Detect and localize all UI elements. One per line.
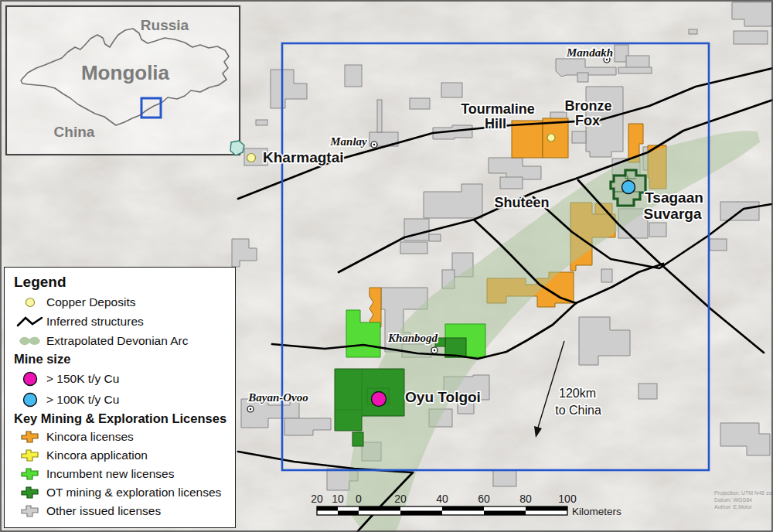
label-distance-2: to China [555,404,601,417]
legend-item-label: Inferred structures [46,315,144,329]
legend-item-mine-150k: > 150K t/y Cu [14,368,227,389]
label-bronze-fox-1: Bronze [564,98,611,114]
scale-tick: 80 [519,493,532,505]
legend-item-label: Kincora application [46,448,148,462]
legend-item-incumbent-new-licenses: Incumbent new licenses [14,465,227,483]
scale-tick: 60 [478,493,490,505]
kincora-application-icon [14,448,46,462]
inferred-structure-icon [14,315,46,328]
scale-tick: 40 [436,493,448,505]
inset-label-russia: Russia [141,17,189,33]
incumbent-license-icon [14,467,46,481]
legend-item-label: > 150K t/y Cu [46,372,119,386]
legend-item-kincora-application: Kincora application [14,446,227,465]
legend-item-mine-100k: > 100K t/y Cu [14,389,227,410]
label-bayan-ovoo: Bayan-Ovoo [247,391,308,404]
scale-tick: 0 [356,493,362,505]
copper-deposit-dot-tourmaline [547,134,555,142]
label-tsagaan-suvarga-1: Tsagaan [645,189,703,206]
legend-item-label: Extrapolated Devonian Arc [46,334,189,348]
legend-item-kincora-licenses: Kincora licenses [14,428,227,446]
inset-label-china: China [54,124,95,140]
legend-title: Legend [14,272,227,292]
label-tourmaline-hill-2: Hill [485,116,506,131]
credit-projection: Projection: UTM N48 zone [714,490,773,496]
mine-150k-icon [14,370,46,387]
legend-licenses-header: Key Mining & Exploration Licenses [14,410,227,428]
scale-tick: 20 [311,493,323,505]
copper-deposit-dot-kharmagtai [247,154,256,162]
legend-item-label: Copper Deposits [46,295,135,309]
legend-item-other-issued-licenses: Other issued licenses [14,502,227,520]
scale-tick: 20 [394,493,407,505]
label-tsagaan-suvarga-2: Suvarga [644,206,702,222]
label-distance-1: 120km [559,387,596,400]
label-tourmaline-hill-1: Tourmaline [461,101,535,117]
scale-tick: 10 [332,493,344,505]
inset-label-mongolia: Mongolia [81,61,170,84]
label-kharmagtai: Kharmagtai [263,149,344,165]
kincora-license-icon [14,430,46,444]
scale-unit-label: Kilometers [572,506,621,517]
credit-author: Author: E.Molor [714,504,752,510]
mine-dot-tsagaan-suvarga [622,181,635,194]
legend-item-label: Incumbent new licenses [46,467,174,481]
legend-item-label: > 100K t/y Cu [46,393,119,407]
legend-item-devonian-arc: Extrapolated Devonian Arc [14,331,227,350]
label-bronze-fox-2: Fox [575,113,600,128]
label-manlay: Manlay [329,135,367,148]
legend-item-label: Kincora licenses [46,430,134,444]
legend-item-copper-deposits: Copper Deposits [14,292,227,312]
label-shuteen: Shuteen [494,195,549,210]
copper-deposit-icon [14,296,46,309]
label-mandakh: Mandakh [566,46,613,59]
location-inset: Russia Mongolia China [6,6,240,155]
label-khanbogd: Khanbogd [387,332,438,344]
other-license-icon [14,504,46,518]
legend-item-label: OT mining & exploration licenses [46,486,221,500]
ot-license-icon [14,486,46,500]
mine-dot-oyu-tolgoi [372,392,386,407]
credit-datum: Datum: WGS84 [714,497,752,503]
legend-mine-size-header: Mine size [14,350,227,368]
mine-100k-icon [14,391,46,408]
devonian-arc-icon [14,334,46,348]
legend-item-inferred-structures: Inferred structures [14,312,227,331]
legend-item-label: Other issued licenses [46,504,161,518]
map-screenshot: Kharmagtai Tourmaline Hill Bronze Fox Sh… [0,0,773,532]
label-oyu-tolgoi: Oyu Tolgoi [405,389,481,405]
scale-tick: 100 [558,493,577,505]
legend-item-ot-licenses: OT mining & exploration licenses [14,483,227,502]
legend-panel: Legend Copper Deposits Inferred structur… [4,267,236,528]
